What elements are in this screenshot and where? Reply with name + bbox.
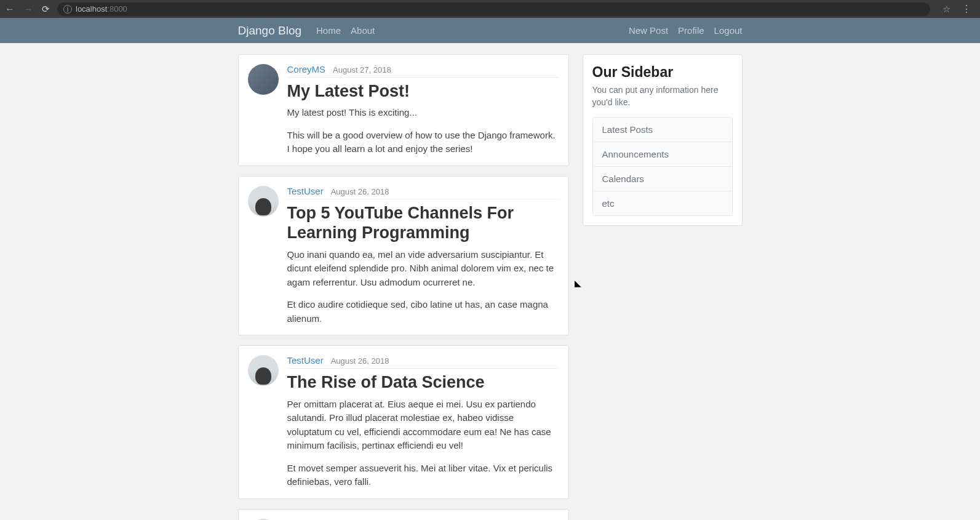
sidebar-list: Latest PostsAnnouncementsCalendarsetc bbox=[592, 117, 733, 216]
article-paragraph: My latest post! This is exciting... bbox=[287, 106, 559, 120]
nav-left: Django Blog Home About bbox=[238, 24, 375, 38]
sidebar-box: Our Sidebar You can put any information … bbox=[583, 54, 743, 226]
article-title[interactable]: Top 5 YouTube Channels For Learning Prog… bbox=[287, 203, 559, 243]
avatar[interactable] bbox=[248, 64, 279, 95]
article-content: Quo inani quando ea, mel an vide adversa… bbox=[287, 248, 559, 326]
browser-nav-buttons: ← → ⟳ bbox=[5, 4, 50, 15]
nav-right: New Post Profile Logout bbox=[629, 25, 743, 36]
sidebar-item[interactable]: etc bbox=[593, 191, 732, 215]
post-date: August 27, 2018 bbox=[333, 65, 391, 74]
article-paragraph: Per omittam placerat at. Eius aeque ei m… bbox=[287, 398, 559, 453]
post-article: CoreyMSAugust 27, 2018My Latest Post!My … bbox=[238, 54, 569, 166]
main-container: CoreyMSAugust 27, 2018My Latest Post!My … bbox=[238, 54, 743, 520]
chrome-menu-icon[interactable]: ⋮ bbox=[958, 3, 975, 15]
post-date: August 26, 2018 bbox=[331, 187, 389, 196]
article-body: TestUserAugust 26, 2018Top 5 YouTube Cha… bbox=[287, 186, 559, 326]
url-bar[interactable]: i localhost:8000 bbox=[57, 2, 930, 16]
post-article: TestUserAugust 26, 20185 Tips for Writin… bbox=[238, 509, 569, 520]
forward-button[interactable]: → bbox=[23, 4, 33, 15]
article-meta: TestUserAugust 26, 2018 bbox=[287, 355, 559, 369]
post-date: August 26, 2018 bbox=[331, 356, 389, 366]
article-paragraph: Quo inani quando ea, mel an vide adversa… bbox=[287, 248, 559, 290]
nav-new-post[interactable]: New Post bbox=[629, 25, 668, 36]
article-paragraph: Et dico audire cotidieque sed, cibo lati… bbox=[287, 298, 559, 326]
post-article: TestUserAugust 26, 2018The Rise of Data … bbox=[238, 345, 569, 498]
nav-home[interactable]: Home bbox=[316, 25, 341, 36]
browser-chrome: ← → ⟳ i localhost:8000 ☆ ⋮ bbox=[0, 0, 980, 18]
author-link[interactable]: TestUser bbox=[287, 186, 324, 196]
article-paragraph: This will be a good overview of how to u… bbox=[287, 129, 559, 156]
main-column: CoreyMSAugust 27, 2018My Latest Post!My … bbox=[238, 54, 569, 520]
post-article: TestUserAugust 26, 2018Top 5 YouTube Cha… bbox=[238, 176, 569, 335]
nav-about[interactable]: About bbox=[351, 25, 375, 36]
sidebar-title: Our Sidebar bbox=[592, 64, 733, 81]
sidebar-item[interactable]: Latest Posts bbox=[593, 118, 732, 142]
side-column: Our Sidebar You can put any information … bbox=[583, 54, 743, 520]
article-title[interactable]: The Rise of Data Science bbox=[287, 372, 559, 392]
navbar: Django Blog Home About New Post Profile … bbox=[0, 18, 980, 43]
author-link[interactable]: CoreyMS bbox=[287, 64, 326, 74]
reload-button[interactable]: ⟳ bbox=[42, 4, 50, 15]
article-content: My latest post! This is exciting...This … bbox=[287, 106, 559, 156]
sidebar-desc: You can put any information here you'd l… bbox=[592, 84, 733, 108]
article-meta: TestUserAugust 26, 2018 bbox=[287, 186, 559, 199]
nav-logout[interactable]: Logout bbox=[714, 25, 743, 36]
sidebar-item[interactable]: Calendars bbox=[593, 167, 732, 191]
article-body: TestUserAugust 26, 2018The Rise of Data … bbox=[287, 355, 559, 489]
back-button[interactable]: ← bbox=[5, 4, 15, 15]
sidebar-item[interactable]: Announcements bbox=[593, 142, 732, 167]
article-title[interactable]: My Latest Post! bbox=[287, 81, 559, 101]
article-body: CoreyMSAugust 27, 2018My Latest Post!My … bbox=[287, 64, 559, 156]
avatar[interactable] bbox=[248, 186, 279, 217]
article-content: Per omittam placerat at. Eius aeque ei m… bbox=[287, 398, 559, 489]
article-meta: CoreyMSAugust 27, 2018 bbox=[287, 64, 559, 78]
brand[interactable]: Django Blog bbox=[238, 24, 302, 38]
author-link[interactable]: TestUser bbox=[287, 355, 324, 366]
nav-profile[interactable]: Profile bbox=[678, 25, 704, 36]
url-text: localhost:8000 bbox=[76, 4, 127, 14]
avatar[interactable] bbox=[248, 355, 279, 386]
article-paragraph: Et movet semper assueverit his. Mei at l… bbox=[287, 462, 559, 489]
bookmark-star-icon[interactable]: ☆ bbox=[942, 4, 950, 15]
site-info-icon[interactable]: i bbox=[63, 5, 72, 14]
